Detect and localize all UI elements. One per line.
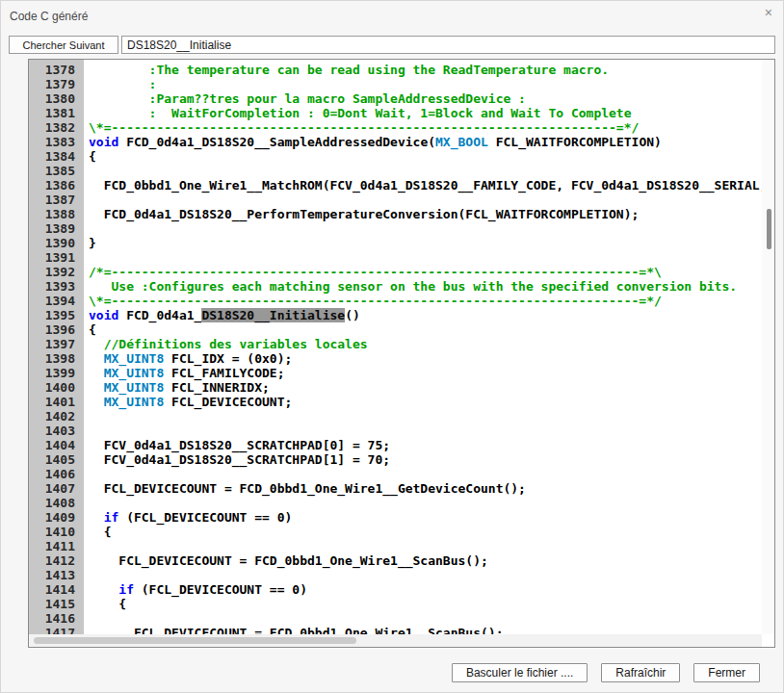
code-text: :The temperature can be read using the R… [84, 63, 609, 77]
code-text: MX_UINT8 FCL_FAMILYCODE; [84, 366, 285, 380]
code-line: 1412 FCL_DEVICECOUNT = FCD_0bbd1_One_Wir… [29, 553, 762, 568]
code-line: 1382\*=---------------------------------… [29, 120, 762, 135]
line-number: 1416 [29, 611, 84, 626]
code-line: 1383void FCD_0d4a1_DS18S20__SampleAddres… [29, 135, 762, 149]
code-text: { [84, 149, 96, 164]
code-line: 1417 FCL_DEVICECOUNT = FCD_0bbd1_One_Wir… [29, 626, 762, 634]
toggle-file-button[interactable]: Basculer le fichier .... [452, 663, 588, 682]
line-number: 1385 [29, 164, 84, 178]
code-text: \*=-------------------------------------… [84, 120, 639, 135]
code-line: 1406 [29, 467, 762, 481]
code-text [84, 496, 89, 510]
code-text: FCD_0d4a1_DS18S20__PerformTemperatureCon… [84, 207, 639, 221]
vertical-scrollbar-thumb[interactable] [767, 209, 771, 249]
line-number: 1391 [29, 250, 84, 265]
line-number: 1403 [29, 424, 84, 438]
vertical-scrollbar[interactable] [762, 60, 774, 634]
window-title: Code C généré [10, 10, 88, 23]
code-line: 1415 { [29, 597, 762, 611]
code-text [84, 467, 89, 481]
code-text: : [84, 77, 156, 91]
code-text [84, 221, 89, 236]
horizontal-scrollbar-thumb[interactable] [34, 637, 356, 644]
code-text: MX_UINT8 FCL_DEVICECOUNT; [84, 395, 292, 409]
code-line: 1395void FCD_0d4a1_DS18S20__Initialise() [29, 308, 762, 322]
code-text: } [84, 236, 96, 250]
code-line: 1384{ [29, 149, 762, 164]
code-text [84, 611, 89, 626]
line-number: 1378 [29, 63, 84, 77]
code-line: 1416 [29, 611, 762, 626]
search-bar: Chercher Suivant [9, 36, 775, 54]
code-text: FCV_0d4a1_DS18S20__SCRATCHPAD[0] = 75; [84, 438, 390, 452]
line-number: 1400 [29, 380, 84, 395]
code-line: 1391 [29, 250, 762, 265]
footer-buttons: Basculer le fichier .... Rafraîchir Ferm… [452, 663, 760, 682]
code-line: 1407 FCL_DEVICECOUNT = FCD_0bbd1_One_Wir… [29, 481, 762, 496]
code-text: FCL_DEVICECOUNT = FCD_0bbd1_One_Wire1__S… [84, 553, 488, 568]
code-line: 1411 [29, 539, 762, 553]
line-number: 1398 [29, 351, 84, 366]
code-line: 1413 [29, 568, 762, 582]
code-line: 1404 FCV_0d4a1_DS18S20__SCRATCHPAD[0] = … [29, 438, 762, 452]
code-text: if (FCL_DEVICECOUNT == 0) [84, 582, 307, 597]
code-line: 1381 : WaitForCompletion : 0=Dont Wait, … [29, 106, 762, 120]
close-button[interactable]: Fermer [693, 663, 760, 682]
close-icon[interactable]: × [765, 6, 772, 19]
code-text [84, 539, 89, 553]
code-text [84, 409, 89, 424]
line-number: 1401 [29, 395, 84, 409]
line-number: 1404 [29, 438, 84, 452]
code-text: FCL_DEVICECOUNT = FCD_0bbd1_One_Wire1__G… [84, 481, 526, 496]
code-line: 1400 MX_UINT8 FCL_INNERIDX; [29, 380, 762, 395]
code-line: 1397 //Définitions des variables locales [29, 337, 762, 351]
code-text: { [84, 525, 111, 539]
line-number: 1379 [29, 77, 84, 91]
code-text: \*=-------------------------------------… [84, 294, 662, 308]
line-number: 1407 [29, 481, 84, 496]
line-number: 1410 [29, 525, 84, 539]
line-number: 1408 [29, 496, 84, 510]
code-text: Use :Configures each matching sensor on … [84, 279, 737, 294]
code-line: 1390} [29, 236, 762, 250]
code-text: void FCD_0d4a1_DS18S20__SampleAddressedD… [84, 135, 662, 149]
line-number: 1415 [29, 597, 84, 611]
search-input[interactable] [121, 36, 775, 54]
code-text [84, 568, 89, 582]
line-number: 1382 [29, 120, 84, 135]
horizontal-scrollbar[interactable] [29, 634, 762, 647]
code-text: MX_UINT8 FCL_INNERIDX; [84, 380, 270, 395]
code-line: 1396{ [29, 322, 762, 337]
line-number: 1381 [29, 106, 84, 120]
line-number: 1386 [29, 178, 84, 192]
find-next-button[interactable]: Chercher Suivant [9, 36, 118, 54]
code-line: 1392/*=---------------------------------… [29, 265, 762, 279]
code-line: 1401 MX_UINT8 FCL_DEVICECOUNT; [29, 395, 762, 409]
code-viewer: 1378 :The temperature can be read using … [28, 59, 775, 648]
line-number: 1414 [29, 582, 84, 597]
refresh-button[interactable]: Rafraîchir [601, 663, 680, 682]
code-text [84, 424, 89, 438]
code-text: { [84, 597, 126, 611]
line-number: 1380 [29, 91, 84, 106]
line-number: 1406 [29, 467, 84, 481]
code-text: { [84, 322, 96, 337]
line-number: 1409 [29, 510, 84, 525]
code-text: FCL_DEVICECOUNT = FCD_0bbd1_One_Wire1__S… [84, 626, 503, 634]
code-text [84, 250, 89, 265]
code-text: FCD_0bbd1_One_Wire1__MatchROM(FCV_0d4a1_… [84, 178, 762, 192]
code-text: FCV_0d4a1_DS18S20__SCRATCHPAD[1] = 70; [84, 452, 390, 467]
code-line: 1387 [29, 192, 762, 207]
line-number: 1395 [29, 308, 84, 322]
code-lines: 1378 :The temperature can be read using … [29, 63, 762, 634]
code-text: MX_UINT8 FCL_IDX = (0x0); [84, 351, 292, 366]
line-number: 1393 [29, 279, 84, 294]
code-line: 1394\*=---------------------------------… [29, 294, 762, 308]
line-number: 1388 [29, 207, 84, 221]
code-text: //Définitions des variables locales [84, 337, 368, 351]
line-number: 1389 [29, 221, 84, 236]
code-line: 1414 if (FCL_DEVICECOUNT == 0) [29, 582, 762, 597]
code-line: 1385 [29, 164, 762, 178]
line-number: 1384 [29, 149, 84, 164]
code-text: /*=-------------------------------------… [84, 265, 662, 279]
